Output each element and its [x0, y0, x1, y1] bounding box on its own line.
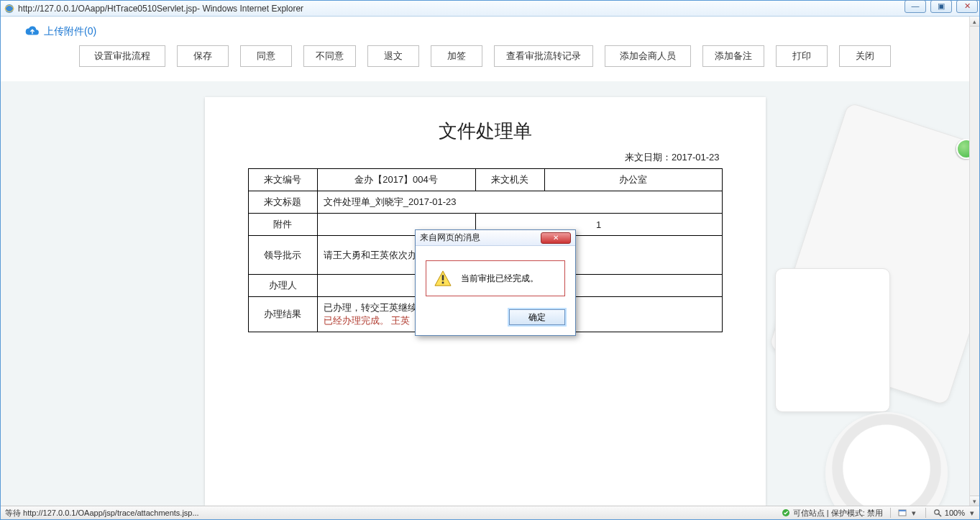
page: 上传附件(0) 设置审批流程 保存 同意 不同意 退文 加签 查看审批流转记录 … — [1, 17, 969, 506]
window-buttons: — ▣ ✕ — [905, 0, 978, 13]
chevron-down-icon[interactable]: ▾ — [910, 508, 918, 518]
alert-dialog: 来自网页的消息 ✕ 当前审批已经完成。 — [415, 229, 576, 336]
ie-window: http://127.0.0.1/OAapp/HtTrace0510Servle… — [0, 0, 980, 520]
status-trusted-zone[interactable]: 可信站点 | 保护模式: 禁用 — [779, 508, 886, 519]
ie-statusbar: 等待 http://127.0.0.1/OAapp/jsp/trace/atta… — [1, 506, 979, 519]
svg-rect-2 — [442, 282, 444, 284]
scroll-down-arrow-icon[interactable]: ▾ — [970, 496, 979, 506]
dialog-title: 来自网页的消息 — [420, 232, 480, 244]
window-close-button[interactable]: ✕ — [956, 0, 978, 13]
svg-point-6 — [935, 510, 939, 514]
modal-backdrop: 来自网页的消息 ✕ 当前审批已经完成。 — [1, 17, 969, 506]
status-zoom[interactable]: 100% ▾ — [930, 508, 979, 518]
zoom-value: 100% — [945, 508, 965, 517]
browser-viewport: 上传附件(0) 设置审批流程 保存 同意 不同意 退文 加签 查看审批流转记录 … — [1, 17, 979, 506]
dialog-close-button[interactable]: ✕ — [541, 232, 571, 244]
chevron-down-icon[interactable]: ▾ — [968, 508, 976, 518]
dialog-ok-button[interactable]: 确定 — [509, 309, 565, 325]
dialog-titlebar[interactable]: 来自网页的消息 ✕ — [416, 230, 575, 246]
dialog-message-box: 当前审批已经完成。 — [426, 260, 565, 296]
browser-title-suffix: - Windows Internet Explorer — [197, 4, 303, 14]
window-minimize-button[interactable]: — — [905, 0, 926, 13]
scroll-up-arrow-icon[interactable]: ▴ — [970, 17, 979, 27]
popup-icon — [898, 508, 907, 517]
svg-rect-5 — [899, 510, 906, 511]
svg-line-7 — [938, 514, 941, 516]
status-popup-blocker[interactable]: ▾ — [895, 508, 921, 518]
vertical-scrollbar[interactable]: ▴ ▾ — [969, 17, 979, 506]
dialog-message: 当前审批已经完成。 — [461, 273, 539, 285]
magnifier-icon — [933, 508, 942, 517]
browser-url: http://127.0.0.1/OAapp/HtTrace0510Servle… — [18, 4, 197, 14]
ie-logo-icon — [4, 3, 15, 14]
status-trusted-text: 可信站点 | 保护模式: 禁用 — [793, 508, 883, 519]
status-left: 等待 http://127.0.0.1/OAapp/jsp/trace/atta… — [1, 508, 779, 519]
ie-titlebar[interactable]: http://127.0.0.1/OAapp/HtTrace0510Servle… — [1, 1, 979, 17]
svg-rect-1 — [442, 275, 444, 280]
window-maximize-button[interactable]: ▣ — [930, 0, 952, 13]
warning-icon — [434, 270, 452, 287]
checkmark-icon — [782, 508, 790, 517]
